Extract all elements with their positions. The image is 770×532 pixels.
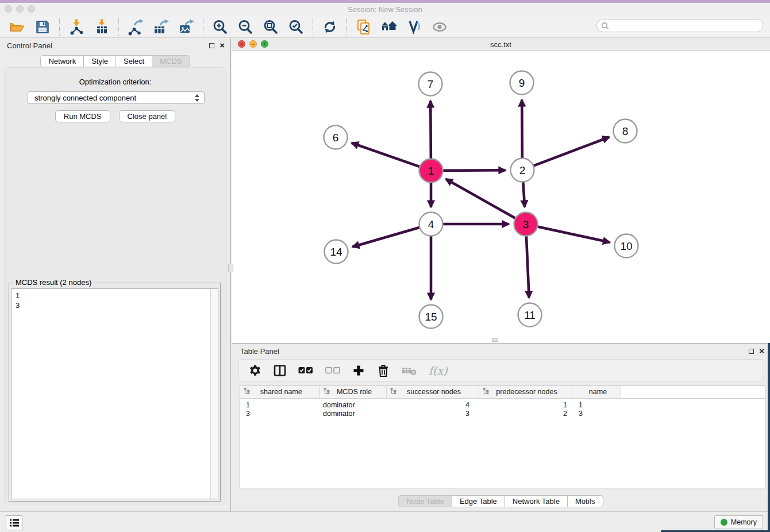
table-cell[interactable]: dominator bbox=[319, 398, 386, 409]
graph-edge-3-10[interactable] bbox=[536, 226, 610, 242]
main-toolbar bbox=[0, 16, 770, 38]
table-cell[interactable]: 1 bbox=[479, 398, 572, 409]
graph-node-8[interactable]: 8 bbox=[614, 119, 637, 143]
graph-node-2[interactable]: 2 bbox=[511, 159, 534, 182]
close-table-panel-icon[interactable]: × bbox=[759, 348, 764, 354]
tab-mcds[interactable]: MCDS bbox=[152, 55, 190, 67]
graph-node-7[interactable]: 7 bbox=[419, 72, 442, 96]
table-row[interactable]: 1dominator411 bbox=[240, 398, 765, 409]
table-cell[interactable]: 2 bbox=[479, 409, 572, 418]
graph-edge-1-2[interactable] bbox=[441, 170, 505, 171]
graph-edge-1-7[interactable] bbox=[430, 101, 431, 160]
graph-edge-2-8[interactable] bbox=[532, 137, 609, 166]
delete-row-icon[interactable] bbox=[377, 364, 390, 377]
graph-edge-2-9[interactable] bbox=[522, 99, 522, 159]
export-network-icon[interactable] bbox=[125, 17, 146, 36]
reset-session-icon[interactable] bbox=[379, 17, 399, 36]
zoom-selected-icon[interactable] bbox=[286, 17, 306, 36]
column-header-shared-name[interactable]: shared name bbox=[240, 386, 319, 398]
close-panel-button[interactable]: Close panel bbox=[119, 110, 176, 122]
table-cell[interactable]: dominator bbox=[319, 409, 386, 418]
float-panel-icon[interactable] bbox=[209, 43, 214, 48]
memory-button[interactable]: Memory bbox=[714, 515, 763, 529]
graph-node-15[interactable]: 15 bbox=[419, 305, 443, 329]
graph-node-1[interactable]: 1 bbox=[419, 159, 443, 183]
graph-edge-3-1[interactable] bbox=[446, 179, 517, 218]
export-table-icon[interactable] bbox=[151, 17, 171, 36]
svg-text:6: 6 bbox=[333, 132, 339, 144]
import-table-icon[interactable] bbox=[91, 17, 112, 36]
graph-edge-3-11[interactable] bbox=[526, 234, 529, 298]
add-row-icon[interactable] bbox=[352, 364, 365, 377]
table-cell-filler bbox=[621, 409, 765, 418]
graph-node-3[interactable]: 3 bbox=[514, 213, 538, 236]
graph-node-6[interactable]: 6 bbox=[324, 126, 348, 149]
mcds-result-title: MCDS result (2 nodes) bbox=[13, 278, 94, 287]
tab-network[interactable]: Network bbox=[40, 55, 84, 67]
tab-motifs[interactable]: Motifs bbox=[567, 495, 603, 507]
network-canvas[interactable]: 1234678910111415 bbox=[232, 51, 770, 343]
horizontal-splitter-handle[interactable] bbox=[492, 338, 498, 342]
import-network-icon[interactable] bbox=[66, 17, 87, 36]
select-all-icon[interactable] bbox=[298, 366, 313, 375]
mcds-pane: Optimization criterion: strongly connect… bbox=[4, 67, 226, 504]
table-cell[interactable]: 3 bbox=[386, 409, 479, 418]
search-box[interactable] bbox=[596, 19, 763, 32]
application-window: Session: New Session Control Panel bbox=[0, 0, 770, 532]
svg-text:9: 9 bbox=[519, 77, 525, 89]
zoom-out-icon[interactable] bbox=[235, 17, 256, 36]
zoom-fit-icon[interactable] bbox=[260, 17, 281, 36]
task-history-button[interactable] bbox=[6, 515, 22, 530]
table-row[interactable]: 3dominator323 bbox=[240, 409, 765, 418]
criterion-dropdown[interactable]: strongly connected component bbox=[28, 91, 205, 104]
table-cell[interactable]: 3 bbox=[572, 409, 621, 418]
open-session-icon[interactable] bbox=[7, 17, 28, 36]
result-scrollbar[interactable] bbox=[210, 289, 218, 499]
vertical-splitter-handle[interactable] bbox=[228, 264, 233, 272]
tab-select[interactable]: Select bbox=[116, 55, 152, 67]
save-session-icon[interactable] bbox=[32, 17, 53, 36]
run-mcds-button[interactable]: Run MCDS bbox=[55, 110, 110, 122]
control-panel-title: Control Panel bbox=[7, 41, 52, 50]
table-settings-icon[interactable] bbox=[249, 364, 261, 377]
graph-node-11[interactable]: 11 bbox=[518, 303, 542, 327]
tab-network-table[interactable]: Network Table bbox=[505, 495, 568, 507]
mcds-result-box[interactable]: 13 bbox=[11, 288, 218, 499]
close-panel-icon[interactable]: × bbox=[220, 42, 225, 49]
node-table-container[interactable]: shared nameMCDS rolesuccessor nodesprede… bbox=[240, 385, 765, 488]
deselect-all-icon[interactable] bbox=[325, 366, 340, 375]
column-header-successor-nodes[interactable]: successor nodes bbox=[386, 386, 479, 398]
graph-edge-1-6[interactable] bbox=[352, 143, 421, 167]
table-cell[interactable]: 3 bbox=[240, 409, 319, 418]
tab-node-table[interactable]: Node Table bbox=[398, 495, 452, 507]
tab-style[interactable]: Style bbox=[83, 55, 116, 67]
show-columns-icon[interactable] bbox=[274, 364, 286, 377]
column-header-predecessor-nodes[interactable]: predecessor nodes bbox=[479, 386, 572, 398]
tab-edge-table[interactable]: Edge Table bbox=[452, 495, 505, 507]
table-cell[interactable]: 1 bbox=[572, 398, 621, 409]
mcds-result-list: 13 bbox=[11, 289, 218, 310]
graph-node-10[interactable]: 10 bbox=[615, 234, 638, 258]
graph-node-14[interactable]: 14 bbox=[325, 240, 348, 264]
column-header-mcds-role[interactable]: MCDS role bbox=[319, 386, 386, 398]
svg-text:11: 11 bbox=[524, 309, 536, 321]
graph-edge-4-14[interactable] bbox=[352, 227, 421, 247]
toolbar-separator bbox=[346, 18, 347, 36]
table-cell[interactable]: 4 bbox=[386, 398, 479, 409]
graph-edge-2-3[interactable] bbox=[523, 180, 525, 207]
clone-network-icon[interactable] bbox=[353, 17, 374, 36]
float-table-panel-icon[interactable] bbox=[749, 349, 754, 354]
column-header-name[interactable]: name bbox=[572, 386, 621, 398]
graph-node-9[interactable]: 9 bbox=[510, 71, 534, 95]
network-window-titlebar[interactable]: × − + scc.txt bbox=[232, 38, 770, 51]
network-graph[interactable]: 1234678910111415 bbox=[232, 51, 770, 343]
search-input[interactable] bbox=[612, 21, 763, 30]
graph-node-4[interactable]: 4 bbox=[419, 213, 443, 236]
refresh-layout-icon[interactable] bbox=[319, 17, 340, 36]
zoom-in-icon[interactable] bbox=[210, 17, 230, 36]
table-cell[interactable]: 1 bbox=[240, 398, 319, 409]
show-hide-icon[interactable] bbox=[429, 17, 450, 36]
vizmapper-icon[interactable] bbox=[404, 17, 425, 36]
export-image-icon[interactable] bbox=[176, 17, 197, 36]
toolbar-separator bbox=[313, 18, 313, 36]
